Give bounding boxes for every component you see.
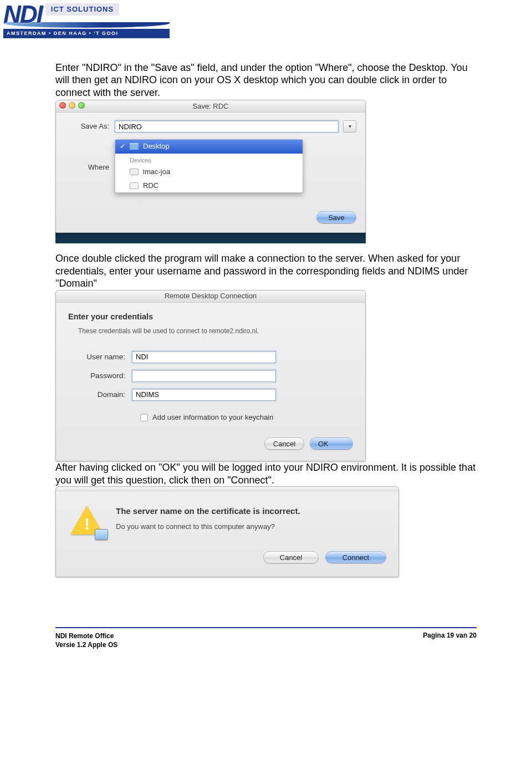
zoom-icon[interactable]: [78, 102, 85, 109]
where-label: Where: [65, 162, 115, 172]
credentials-dialog-titlebar: Remote Desktop Connection: [56, 291, 365, 303]
certificate-subtext: Do you want to connect to this computer …: [116, 522, 386, 531]
logo-locations: AMSTERDAM • DEN HAAG • 'T GOOI: [3, 29, 170, 38]
checkmark-icon: ✓: [120, 142, 126, 151]
device-label: RDC: [143, 181, 158, 190]
where-option-rdc[interactable]: RDC: [115, 179, 303, 192]
password-input[interactable]: [132, 370, 276, 382]
devices-section-label: Devices: [115, 154, 303, 166]
monitor-icon: [130, 169, 139, 175]
company-logo: NDI ICT SOLUTIONS AMSTERDAM • DEN HAAG •…: [0, 0, 532, 42]
keychain-row[interactable]: Add user information to your keychain: [140, 413, 353, 422]
where-dropdown-menu[interactable]: ✓ Desktop Devices imac-joa RDC: [115, 139, 303, 193]
cert-connect-button[interactable]: Connect: [325, 551, 386, 563]
logo-tagline: ICT SOLUTIONS: [45, 3, 119, 16]
logo-brand: NDI: [3, 3, 42, 26]
password-label: Password:: [68, 371, 132, 381]
save-dialog-titlebar: Save: RDC: [56, 100, 365, 113]
username-input[interactable]: [132, 351, 276, 363]
instruction-paragraph-2: Once double clicked the program will mak…: [55, 252, 482, 290]
minimize-icon[interactable]: [69, 102, 75, 109]
traffic-lights: [59, 102, 85, 109]
save-as-input[interactable]: [115, 120, 339, 133]
folder-icon: [130, 143, 139, 150]
certificate-titlebar: [56, 487, 398, 491]
credentials-heading: Enter your credentials: [68, 312, 353, 322]
certificate-heading: The server name on the certificate is in…: [116, 506, 386, 517]
instruction-paragraph-1: Enter "NDIRO" in the "Save as" field, an…: [55, 62, 482, 99]
footer-page-number: Pagina 19 van 20: [423, 632, 477, 640]
expand-toggle-icon[interactable]: ▾: [343, 120, 356, 133]
warning-icon: !: [70, 506, 106, 537]
where-option-label: Desktop: [143, 142, 170, 151]
credentials-dialog: Remote Desktop Connection Enter your cre…: [55, 290, 366, 461]
where-option-imac[interactable]: imac-joa: [115, 165, 303, 179]
cancel-button[interactable]: Cancel: [264, 437, 304, 450]
certificate-dialog: ! The server name on the certificate is …: [55, 486, 399, 577]
cert-cancel-button[interactable]: Cancel: [263, 551, 319, 563]
domain-label: Domain:: [68, 390, 132, 400]
footer-title: NDI Remote Office: [55, 632, 117, 640]
credentials-subtext: These credentials will be used to connec…: [68, 327, 353, 335]
domain-input[interactable]: [132, 389, 276, 401]
footer-version: Versie 1.2 Apple OS: [55, 640, 117, 649]
keychain-checkbox[interactable]: [140, 414, 148, 421]
instruction-paragraph-3: After having clicked on "OK" you will be…: [55, 461, 482, 486]
keychain-label: Add user information to your keychain: [152, 413, 273, 422]
save-dialog: Save: RDC Save As: ▾ Where ✓ Desktop: [55, 100, 366, 233]
username-label: User name:: [68, 353, 132, 362]
disk-icon: [130, 182, 139, 189]
computer-badge-icon: [95, 529, 108, 540]
device-label: imac-joa: [143, 167, 170, 176]
where-option-desktop[interactable]: ✓ Desktop: [115, 140, 303, 153]
save-button[interactable]: Save: [316, 211, 356, 223]
credentials-dialog-title: Remote Desktop Connection: [165, 292, 257, 301]
close-icon[interactable]: [59, 102, 66, 109]
save-as-label: Save As:: [65, 122, 115, 131]
save-dialog-title: Save: RDC: [192, 102, 228, 111]
desktop-strip: [55, 232, 366, 243]
ok-button[interactable]: OK: [310, 437, 353, 450]
page-footer: NDI Remote Office Versie 1.2 Apple OS Pa…: [55, 627, 477, 649]
